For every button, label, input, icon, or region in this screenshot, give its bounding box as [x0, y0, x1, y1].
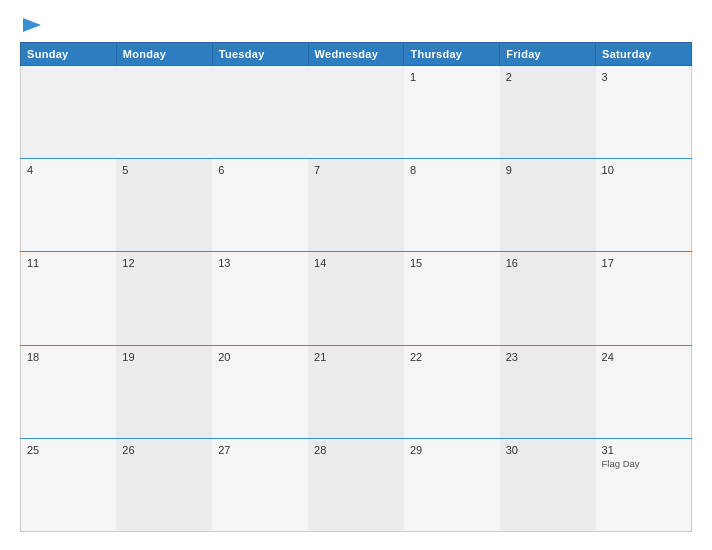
svg-marker-0	[23, 18, 41, 32]
calendar-cell: 24	[596, 345, 692, 438]
calendar-cell: 27	[212, 438, 308, 531]
weekday-saturday: Saturday	[596, 43, 692, 66]
calendar-table: SundayMondayTuesdayWednesdayThursdayFrid…	[20, 42, 692, 532]
calendar-cell: 12	[116, 252, 212, 345]
calendar-cell: 20	[212, 345, 308, 438]
calendar-week-2: 45678910	[21, 159, 692, 252]
calendar-cell: 18	[21, 345, 117, 438]
day-number: 12	[122, 257, 206, 269]
calendar-cell: 11	[21, 252, 117, 345]
day-number: 6	[218, 164, 302, 176]
calendar-cell	[308, 66, 404, 159]
calendar-cell: 28	[308, 438, 404, 531]
day-number: 29	[410, 444, 494, 456]
calendar-cell: 17	[596, 252, 692, 345]
calendar-cell: 29	[404, 438, 500, 531]
holiday-label: Flag Day	[602, 458, 685, 469]
day-number: 18	[27, 351, 110, 363]
day-number: 8	[410, 164, 494, 176]
calendar-week-3: 11121314151617	[21, 252, 692, 345]
calendar-cell	[21, 66, 117, 159]
day-number: 21	[314, 351, 398, 363]
calendar-cell: 13	[212, 252, 308, 345]
day-number: 15	[410, 257, 494, 269]
calendar-cell: 4	[21, 159, 117, 252]
calendar-header	[20, 18, 692, 32]
day-number: 22	[410, 351, 494, 363]
calendar-cell: 31Flag Day	[596, 438, 692, 531]
day-number: 10	[602, 164, 685, 176]
day-number: 9	[506, 164, 590, 176]
day-number: 20	[218, 351, 302, 363]
calendar-page: SundayMondayTuesdayWednesdayThursdayFrid…	[0, 0, 712, 550]
day-number: 19	[122, 351, 206, 363]
day-number: 30	[506, 444, 590, 456]
day-number: 5	[122, 164, 206, 176]
calendar-week-1: 123	[21, 66, 692, 159]
calendar-cell: 3	[596, 66, 692, 159]
logo-flag-icon	[23, 18, 41, 32]
day-number: 2	[506, 71, 590, 83]
day-number: 4	[27, 164, 110, 176]
logo	[20, 18, 41, 32]
calendar-cell	[212, 66, 308, 159]
calendar-cell: 25	[21, 438, 117, 531]
weekday-sunday: Sunday	[21, 43, 117, 66]
calendar-cell: 9	[500, 159, 596, 252]
day-number: 14	[314, 257, 398, 269]
day-number: 26	[122, 444, 206, 456]
weekday-friday: Friday	[500, 43, 596, 66]
day-number: 16	[506, 257, 590, 269]
calendar-cell: 23	[500, 345, 596, 438]
calendar-cell: 22	[404, 345, 500, 438]
calendar-cell	[116, 66, 212, 159]
day-number: 3	[602, 71, 685, 83]
weekday-wednesday: Wednesday	[308, 43, 404, 66]
weekday-monday: Monday	[116, 43, 212, 66]
day-number: 31	[602, 444, 685, 456]
calendar-cell: 6	[212, 159, 308, 252]
calendar-cell: 14	[308, 252, 404, 345]
day-number: 24	[602, 351, 685, 363]
calendar-cell: 1	[404, 66, 500, 159]
calendar-cell: 16	[500, 252, 596, 345]
day-number: 25	[27, 444, 110, 456]
day-number: 28	[314, 444, 398, 456]
calendar-cell: 2	[500, 66, 596, 159]
calendar-cell: 26	[116, 438, 212, 531]
day-number: 23	[506, 351, 590, 363]
calendar-cell: 21	[308, 345, 404, 438]
calendar-cell: 15	[404, 252, 500, 345]
weekday-tuesday: Tuesday	[212, 43, 308, 66]
calendar-cell: 8	[404, 159, 500, 252]
calendar-week-4: 18192021222324	[21, 345, 692, 438]
calendar-cell: 10	[596, 159, 692, 252]
weekday-header-row: SundayMondayTuesdayWednesdayThursdayFrid…	[21, 43, 692, 66]
day-number: 7	[314, 164, 398, 176]
calendar-cell: 7	[308, 159, 404, 252]
day-number: 17	[602, 257, 685, 269]
calendar-cell: 19	[116, 345, 212, 438]
calendar-cell: 30	[500, 438, 596, 531]
day-number: 27	[218, 444, 302, 456]
weekday-thursday: Thursday	[404, 43, 500, 66]
day-number: 13	[218, 257, 302, 269]
calendar-cell: 5	[116, 159, 212, 252]
day-number: 1	[410, 71, 494, 83]
day-number: 11	[27, 257, 110, 269]
calendar-week-5: 25262728293031Flag Day	[21, 438, 692, 531]
